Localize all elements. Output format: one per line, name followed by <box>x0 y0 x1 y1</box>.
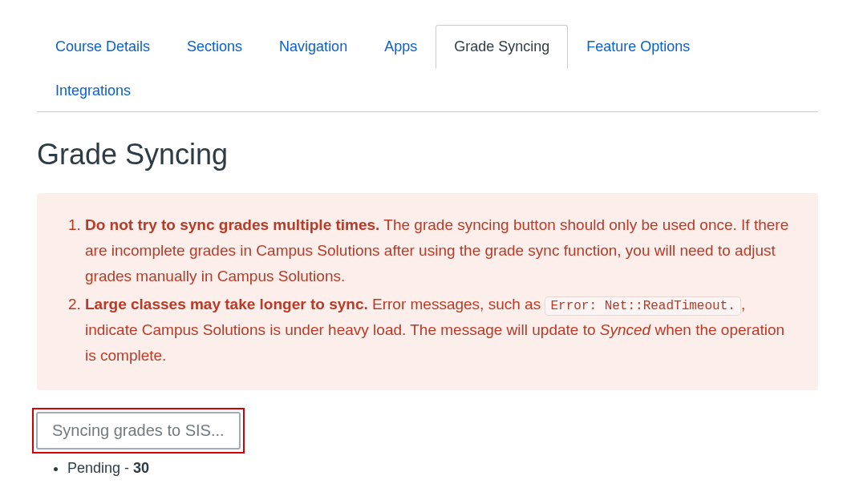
tab-feature-options[interactable]: Feature Options <box>568 25 708 69</box>
tab-integrations[interactable]: Integrations <box>37 69 149 112</box>
sync-button-highlight: Syncing grades to SIS... <box>32 408 245 454</box>
warning-item-1-strong: Do not try to sync grades multiple times… <box>85 216 379 233</box>
warning-item-2-strong: Large classes may take longer to sync. <box>85 296 368 312</box>
status-pending-label: Pending - <box>67 460 133 476</box>
warning-item-2-em: Synced <box>600 321 650 338</box>
sync-status-list: Pending - 30 <box>37 458 818 478</box>
tab-grade-syncing[interactable]: Grade Syncing <box>436 25 568 69</box>
sync-grades-button[interactable]: Syncing grades to SIS... <box>36 412 241 450</box>
status-pending: Pending - 30 <box>67 458 818 478</box>
tab-apps[interactable]: Apps <box>366 25 436 69</box>
warning-alert: Do not try to sync grades multiple times… <box>37 193 818 390</box>
warning-item-2-before-code: Error messages, such as <box>368 296 545 312</box>
warning-item-2: Large classes may take longer to sync. E… <box>85 292 796 369</box>
warning-item-1: Do not try to sync grades multiple times… <box>85 212 796 290</box>
page-title: Grade Syncing <box>37 135 818 175</box>
settings-tabs: Course Details Sections Navigation Apps … <box>37 24 818 112</box>
status-pending-count: 30 <box>133 460 149 476</box>
tab-sections[interactable]: Sections <box>168 25 261 69</box>
tab-course-details[interactable]: Course Details <box>37 25 168 69</box>
error-code-example: Error: Net::ReadTimeout. <box>545 296 740 316</box>
tab-navigation[interactable]: Navigation <box>261 25 366 69</box>
